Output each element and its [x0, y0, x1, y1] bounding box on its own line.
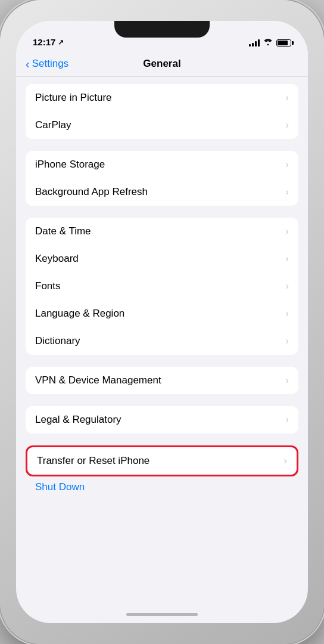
background-app-refresh-chevron-icon: › — [285, 186, 289, 198]
back-label: Settings — [32, 58, 68, 70]
picture-in-picture-chevron-icon: › — [285, 92, 289, 104]
signal-icon — [249, 39, 260, 47]
section-1-group: Picture in Picture › CarPlay › — [26, 84, 298, 139]
keyboard-label: Keyboard — [35, 253, 79, 265]
list-item-background-app-refresh[interactable]: Background App Refresh › — [26, 178, 298, 206]
fonts-chevron-icon: › — [285, 280, 289, 292]
section-transfer-reset: Transfer or Reset iPhone › — [16, 445, 308, 476]
vpn-device-management-label: VPN & Device Management — [35, 374, 161, 386]
phone-screen: 12:17 ↗ — [16, 21, 308, 623]
location-icon: ↗ — [58, 38, 64, 47]
section-3: Date & Time › Keyboard › Fonts › Languag… — [16, 218, 308, 355]
home-bar — [126, 613, 198, 616]
battery-icon — [276, 39, 291, 47]
section-5: Legal & Regulatory › — [16, 406, 308, 434]
section-3-group: Date & Time › Keyboard › Fonts › Languag… — [26, 218, 298, 355]
list-item-picture-in-picture[interactable]: Picture in Picture › — [26, 84, 298, 112]
language-region-label: Language & Region — [35, 308, 124, 320]
home-indicator — [16, 605, 308, 623]
list-item-vpn-device-management[interactable]: VPN & Device Management › — [26, 367, 298, 394]
shutdown-button[interactable]: Shut Down — [35, 481, 85, 493]
page-title: General — [143, 58, 180, 70]
list-item-transfer-reset-iphone[interactable]: Transfer or Reset iPhone › — [26, 445, 298, 476]
iphone-storage-label: iPhone Storage — [35, 159, 105, 171]
section-2-group: iPhone Storage › Background App Refresh … — [26, 151, 298, 206]
dictionary-label: Dictionary — [35, 335, 80, 347]
phone-frame: 12:17 ↗ — [0, 0, 324, 644]
section-1: Picture in Picture › CarPlay › — [16, 84, 308, 139]
list-item-carplay[interactable]: CarPlay › — [26, 112, 298, 139]
carplay-label: CarPlay — [35, 119, 71, 131]
section-2: iPhone Storage › Background App Refresh … — [16, 151, 308, 206]
settings-content[interactable]: Picture in Picture › CarPlay › iPhone St… — [16, 77, 308, 605]
vpn-device-management-chevron-icon: › — [285, 374, 289, 386]
nav-bar: ‹ Settings General — [16, 51, 308, 77]
list-item-fonts[interactable]: Fonts › — [26, 273, 298, 300]
section-4: VPN & Device Management › — [16, 367, 308, 394]
iphone-storage-chevron-icon: › — [285, 159, 289, 171]
time-label: 12:17 — [33, 37, 55, 47]
legal-regulatory-chevron-icon: › — [285, 414, 289, 426]
language-region-chevron-icon: › — [285, 308, 289, 320]
background-app-refresh-label: Background App Refresh — [35, 186, 148, 198]
carplay-chevron-icon: › — [285, 119, 289, 131]
back-chevron-icon: ‹ — [26, 58, 30, 70]
picture-in-picture-label: Picture in Picture — [35, 92, 112, 104]
list-item-iphone-storage[interactable]: iPhone Storage › — [26, 151, 298, 178]
fonts-label: Fonts — [35, 280, 61, 292]
list-item-date-time[interactable]: Date & Time › — [26, 218, 298, 245]
list-item-dictionary[interactable]: Dictionary › — [26, 327, 298, 355]
list-item-keyboard[interactable]: Keyboard › — [26, 245, 298, 273]
date-time-label: Date & Time — [35, 225, 91, 237]
list-item-language-region[interactable]: Language & Region › — [26, 300, 298, 327]
transfer-reset-iphone-chevron-icon: › — [284, 455, 287, 467]
status-icons — [249, 38, 291, 47]
status-time: 12:17 ↗ — [33, 37, 64, 47]
dictionary-chevron-icon: › — [285, 335, 289, 347]
transfer-reset-iphone-label: Transfer or Reset iPhone — [37, 455, 149, 467]
keyboard-chevron-icon: › — [285, 253, 289, 265]
notch — [114, 21, 210, 38]
list-item-legal-regulatory[interactable]: Legal & Regulatory › — [26, 406, 298, 434]
section-4-group: VPN & Device Management › — [26, 367, 298, 394]
shutdown-section: Shut Down — [16, 476, 308, 498]
wifi-icon — [263, 38, 273, 47]
date-time-chevron-icon: › — [285, 225, 289, 237]
legal-regulatory-label: Legal & Regulatory — [35, 414, 122, 426]
section-5-group: Legal & Regulatory › — [26, 406, 298, 434]
back-button[interactable]: ‹ Settings — [26, 58, 68, 70]
